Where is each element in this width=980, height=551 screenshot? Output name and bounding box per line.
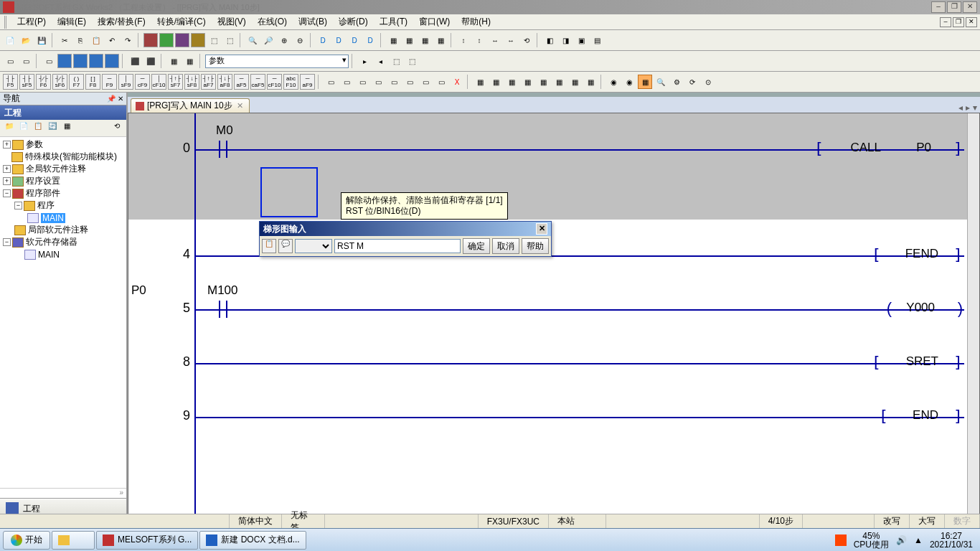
menu-compile[interactable]: 转换/编译(C) — [151, 14, 212, 29]
tb-e2[interactable]: ▦ — [402, 33, 416, 47]
fk-af9[interactable]: ─aF9 — [300, 74, 315, 90]
tb-c2[interactable] — [159, 33, 174, 47]
fk4-g[interactable]: ⊙ — [701, 75, 715, 89]
nav-tb3[interactable]: 📋 — [32, 122, 44, 135]
fk2-d[interactable]: ▭ — [371, 75, 385, 89]
fk4-c[interactable]: ▦ — [638, 75, 652, 89]
fk-sf7[interactable]: ┤↑├sF7 — [168, 74, 183, 90]
minimize-button[interactable]: – — [931, 1, 946, 13]
tb-c3[interactable] — [175, 33, 189, 47]
dlg-help[interactable]: 帮助 — [522, 238, 549, 254]
tree-global[interactable]: +全局软元件注释 — [1, 163, 125, 175]
tb2-i[interactable]: ⬛ — [143, 54, 158, 68]
menu-search[interactable]: 搜索/替换(F) — [92, 14, 151, 29]
fk3-e[interactable]: ▦ — [536, 75, 550, 89]
tb-f5[interactable]: ⟲ — [519, 33, 534, 47]
tb-paste[interactable]: 📋 — [89, 33, 103, 47]
fk-af7[interactable]: ┤↑├aF7 — [201, 74, 216, 90]
doc-tab-main[interactable]: [PRG]写入 MAIN 10步 ✕ — [131, 98, 250, 113]
tb2-l[interactable]: ▸ — [357, 54, 372, 68]
doc-tab-close[interactable]: ✕ — [235, 101, 245, 110]
fk3-b[interactable]: ▦ — [489, 75, 503, 89]
start-button[interactable]: 开始 — [3, 531, 50, 550]
tb2-d[interactable] — [57, 54, 72, 68]
tab-next[interactable]: ▸ — [966, 103, 970, 113]
tb-copy[interactable]: ⎘ — [73, 33, 88, 47]
menu-tool[interactable]: 工具(T) — [374, 14, 413, 29]
tb-g2[interactable]: ◨ — [558, 33, 573, 47]
tb-undo[interactable]: ↶ — [105, 33, 119, 47]
tb-e1[interactable]: ▦ — [386, 33, 400, 47]
maximize-button[interactable]: ❐ — [947, 1, 961, 13]
contact-m0[interactable] — [213, 141, 233, 158]
menu-online[interactable]: 在线(O) — [252, 14, 293, 29]
tb-b1[interactable]: ⬚ — [207, 33, 221, 47]
tree-program[interactable]: −程序 — [1, 199, 125, 212]
fk-cf9[interactable]: ─cF9 — [135, 74, 150, 90]
tb-c4[interactable] — [191, 33, 205, 47]
tb2-c[interactable]: ▭ — [42, 54, 56, 68]
fk-sf6[interactable]: ┤∕├sF6 — [52, 74, 67, 90]
menu-debug[interactable]: 调试(B) — [293, 14, 333, 29]
fk-caf5[interactable]: ─caF5 — [250, 74, 265, 90]
fk-f9[interactable]: ─F9 — [102, 74, 117, 90]
tb2-g[interactable] — [105, 54, 119, 68]
dlg-select[interactable] — [295, 239, 332, 253]
selection-box[interactable] — [260, 167, 318, 217]
menu-window[interactable]: 窗口(W) — [413, 14, 456, 29]
clock[interactable]: 16:27 2021/10/31 — [930, 532, 973, 549]
rung-8[interactable]: 8 [ SRET ] — [128, 327, 967, 381]
fk2-b[interactable]: ▭ — [339, 75, 354, 89]
fk-af8[interactable]: ┤↓├aF8 — [217, 74, 232, 90]
fk2-e[interactable]: ▭ — [387, 75, 401, 89]
tb2-k[interactable]: ▦ — [182, 54, 197, 68]
tb2-h[interactable]: ⬛ — [128, 54, 142, 68]
fk3-h[interactable]: ▦ — [583, 75, 598, 89]
close-button[interactable]: ✕ — [963, 1, 977, 13]
tray-icon2[interactable]: 🔊 — [896, 535, 907, 545]
fk-af5[interactable]: ─aF5 — [234, 74, 249, 90]
menu-edit[interactable]: 编辑(E) — [52, 14, 92, 29]
fk-f5[interactable]: ┤├F5 — [3, 74, 18, 90]
tree-progpart[interactable]: −程序部件 — [1, 187, 125, 199]
dialog-close[interactable]: ✕ — [536, 223, 547, 235]
tb-redo[interactable]: ↷ — [121, 33, 135, 47]
tb-d3[interactable]: D — [347, 33, 362, 47]
cpu-meter[interactable]: 45% CPU使用 — [854, 532, 889, 549]
fk4-a[interactable]: ◉ — [606, 75, 621, 89]
tb-c1[interactable] — [143, 33, 158, 47]
task-gxworks[interactable]: MELSOFT系列 G... — [96, 531, 198, 550]
fk3-a[interactable]: ▦ — [473, 75, 487, 89]
tab-prev[interactable]: ◂ — [958, 103, 963, 113]
tb-f1[interactable]: ↕ — [456, 33, 471, 47]
fk-cf10[interactable]: │cF10 — [151, 74, 166, 90]
menu-file[interactable]: 工程(P) — [11, 14, 52, 29]
nav-tb2[interactable]: 📄 — [17, 122, 30, 135]
tb-zoom2[interactable]: ⊖ — [293, 33, 307, 47]
tree-progset[interactable]: +程序设置 — [1, 175, 125, 187]
tree-main[interactable]: MAIN — [1, 212, 125, 224]
tb-g4[interactable]: ▤ — [590, 33, 604, 47]
fk4-d[interactable]: 🔍 — [654, 75, 668, 89]
child-min[interactable]: – — [940, 17, 951, 27]
fk3-g[interactable]: ▦ — [567, 75, 582, 89]
rung-edit[interactable] — [128, 167, 967, 220]
tb-save[interactable]: 💾 — [34, 33, 49, 47]
vscroll[interactable] — [967, 113, 979, 551]
tray-icon3[interactable]: ▲ — [914, 535, 923, 545]
tb-d4[interactable]: D — [363, 33, 377, 47]
tb2-j[interactable]: ▦ — [166, 54, 181, 68]
child-close[interactable]: ✕ — [966, 17, 977, 27]
rung-0[interactable]: 0 M0 [ CALL P0 ] — [128, 113, 967, 167]
fk2-f[interactable]: ▭ — [402, 75, 417, 89]
fk-sf5[interactable]: ┤├sF5 — [19, 74, 34, 90]
fk4-b[interactable]: ◉ — [622, 75, 636, 89]
tray-icon-s[interactable] — [835, 534, 847, 546]
tb2-m[interactable]: ◂ — [373, 54, 387, 68]
rung-9[interactable]: 9 [ END ] — [128, 381, 967, 435]
tree-special[interactable]: 特殊模块(智能功能模块) — [1, 151, 125, 163]
pin-icon[interactable]: 📌 ✕ — [107, 95, 123, 103]
tb-zoom[interactable]: ⊕ — [277, 33, 291, 47]
tb-new[interactable]: 📄 — [3, 33, 17, 47]
nav-expand[interactable]: » — [0, 488, 126, 498]
